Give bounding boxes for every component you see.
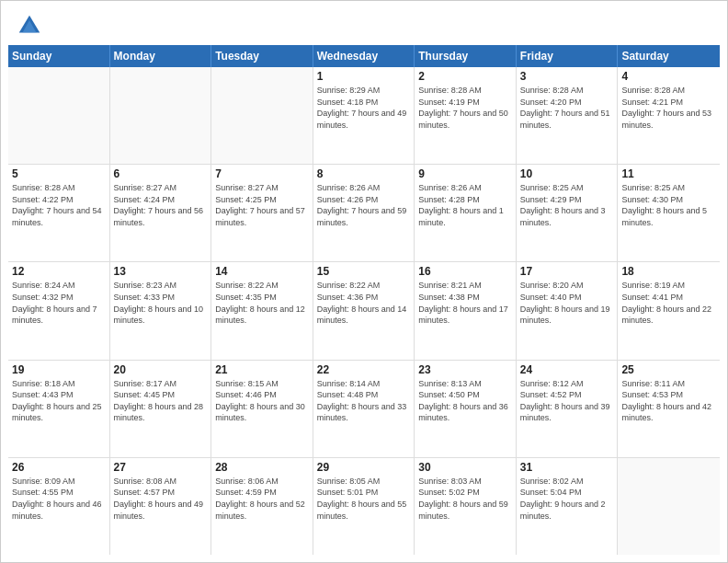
- calendar-day-20: 20Sunrise: 8:17 AM Sunset: 4:45 PM Dayli…: [110, 361, 212, 457]
- calendar-day-31: 31Sunrise: 8:02 AM Sunset: 5:04 PM Dayli…: [517, 458, 619, 555]
- day-number: 4: [621, 70, 716, 83]
- calendar: SundayMondayTuesdayWednesdayThursdayFrid…: [1, 45, 727, 562]
- day-number: 17: [520, 265, 614, 278]
- calendar-day-8: 8Sunrise: 8:26 AM Sunset: 4:26 PM Daylig…: [313, 165, 415, 261]
- day-info: Sunrise: 8:28 AM Sunset: 4:22 PM Dayligh…: [12, 182, 106, 228]
- calendar-week-3: 12Sunrise: 8:24 AM Sunset: 4:32 PM Dayli…: [8, 262, 720, 360]
- day-info: Sunrise: 8:22 AM Sunset: 4:36 PM Dayligh…: [317, 280, 411, 326]
- calendar-day-13: 13Sunrise: 8:23 AM Sunset: 4:33 PM Dayli…: [110, 262, 212, 359]
- day-info: Sunrise: 8:27 AM Sunset: 4:24 PM Dayligh…: [114, 182, 208, 228]
- calendar-day-11: 11Sunrise: 8:25 AM Sunset: 4:30 PM Dayli…: [618, 165, 720, 261]
- calendar-day-7: 7Sunrise: 8:27 AM Sunset: 4:25 PM Daylig…: [211, 165, 313, 261]
- day-number: 23: [418, 363, 512, 376]
- calendar-empty-cell: [110, 67, 212, 164]
- day-info: Sunrise: 8:02 AM Sunset: 5:04 PM Dayligh…: [520, 476, 614, 522]
- weekday-header-thursday: Thursday: [415, 45, 517, 67]
- day-info: Sunrise: 8:12 AM Sunset: 4:52 PM Dayligh…: [520, 378, 614, 424]
- calendar-day-29: 29Sunrise: 8:05 AM Sunset: 5:01 PM Dayli…: [313, 458, 415, 555]
- day-number: 27: [114, 461, 208, 474]
- weekday-header-friday: Friday: [517, 45, 619, 67]
- day-info: Sunrise: 8:23 AM Sunset: 4:33 PM Dayligh…: [114, 280, 208, 326]
- calendar-day-27: 27Sunrise: 8:08 AM Sunset: 4:57 PM Dayli…: [110, 458, 212, 555]
- day-info: Sunrise: 8:26 AM Sunset: 4:26 PM Dayligh…: [317, 182, 411, 228]
- day-info: Sunrise: 8:14 AM Sunset: 4:48 PM Dayligh…: [317, 378, 411, 424]
- day-info: Sunrise: 8:20 AM Sunset: 4:40 PM Dayligh…: [520, 280, 614, 326]
- day-number: 28: [215, 461, 309, 474]
- day-number: 18: [621, 265, 716, 278]
- day-number: 3: [520, 70, 614, 83]
- calendar-day-21: 21Sunrise: 8:15 AM Sunset: 4:46 PM Dayli…: [211, 361, 313, 457]
- calendar-day-6: 6Sunrise: 8:27 AM Sunset: 4:24 PM Daylig…: [110, 165, 212, 261]
- day-info: Sunrise: 8:22 AM Sunset: 4:35 PM Dayligh…: [215, 280, 309, 326]
- weekday-header-saturday: Saturday: [618, 45, 720, 67]
- calendar-day-23: 23Sunrise: 8:13 AM Sunset: 4:50 PM Dayli…: [415, 361, 517, 457]
- day-number: 2: [418, 70, 512, 83]
- day-number: 8: [317, 167, 411, 180]
- calendar-day-2: 2Sunrise: 8:28 AM Sunset: 4:19 PM Daylig…: [415, 67, 517, 164]
- calendar-day-16: 16Sunrise: 8:21 AM Sunset: 4:38 PM Dayli…: [415, 262, 517, 359]
- calendar-day-24: 24Sunrise: 8:12 AM Sunset: 4:52 PM Dayli…: [517, 361, 619, 457]
- day-info: Sunrise: 8:19 AM Sunset: 4:41 PM Dayligh…: [621, 280, 716, 326]
- day-number: 24: [520, 363, 614, 376]
- day-number: 25: [621, 363, 716, 376]
- page: SundayMondayTuesdayWednesdayThursdayFrid…: [0, 0, 728, 563]
- day-info: Sunrise: 8:15 AM Sunset: 4:46 PM Dayligh…: [215, 378, 309, 424]
- calendar-empty-cell: [8, 67, 110, 164]
- day-info: Sunrise: 8:25 AM Sunset: 4:30 PM Dayligh…: [621, 182, 716, 228]
- day-number: 29: [317, 461, 411, 474]
- calendar-day-19: 19Sunrise: 8:18 AM Sunset: 4:43 PM Dayli…: [8, 361, 110, 457]
- day-number: 11: [621, 167, 716, 180]
- day-number: 22: [317, 363, 411, 376]
- calendar-day-3: 3Sunrise: 8:28 AM Sunset: 4:20 PM Daylig…: [517, 67, 619, 164]
- day-number: 10: [520, 167, 614, 180]
- logo: [16, 12, 47, 40]
- day-info: Sunrise: 8:05 AM Sunset: 5:01 PM Dayligh…: [317, 476, 411, 522]
- calendar-day-17: 17Sunrise: 8:20 AM Sunset: 4:40 PM Dayli…: [517, 262, 619, 359]
- day-number: 1: [317, 70, 411, 83]
- calendar-week-1: 1Sunrise: 8:29 AM Sunset: 4:18 PM Daylig…: [8, 67, 720, 165]
- calendar-week-4: 19Sunrise: 8:18 AM Sunset: 4:43 PM Dayli…: [8, 361, 720, 458]
- calendar-day-25: 25Sunrise: 8:11 AM Sunset: 4:53 PM Dayli…: [618, 361, 720, 457]
- calendar-day-12: 12Sunrise: 8:24 AM Sunset: 4:32 PM Dayli…: [8, 262, 110, 359]
- day-number: 9: [418, 167, 512, 180]
- weekday-header-wednesday: Wednesday: [313, 45, 415, 67]
- calendar-day-18: 18Sunrise: 8:19 AM Sunset: 4:41 PM Dayli…: [618, 262, 720, 359]
- calendar-header: SundayMondayTuesdayWednesdayThursdayFrid…: [8, 45, 720, 67]
- calendar-day-15: 15Sunrise: 8:22 AM Sunset: 4:36 PM Dayli…: [313, 262, 415, 359]
- day-info: Sunrise: 8:28 AM Sunset: 4:21 PM Dayligh…: [621, 85, 716, 131]
- day-info: Sunrise: 8:11 AM Sunset: 4:53 PM Dayligh…: [621, 378, 716, 424]
- day-number: 6: [114, 167, 208, 180]
- day-number: 7: [215, 167, 309, 180]
- day-number: 12: [12, 265, 106, 278]
- calendar-day-10: 10Sunrise: 8:25 AM Sunset: 4:29 PM Dayli…: [517, 165, 619, 261]
- calendar-empty-cell: [618, 458, 720, 555]
- day-info: Sunrise: 8:28 AM Sunset: 4:20 PM Dayligh…: [520, 85, 614, 131]
- calendar-day-28: 28Sunrise: 8:06 AM Sunset: 4:59 PM Dayli…: [211, 458, 313, 555]
- day-info: Sunrise: 8:24 AM Sunset: 4:32 PM Dayligh…: [12, 280, 106, 326]
- day-info: Sunrise: 8:03 AM Sunset: 5:02 PM Dayligh…: [418, 476, 512, 522]
- calendar-day-1: 1Sunrise: 8:29 AM Sunset: 4:18 PM Daylig…: [313, 67, 415, 164]
- day-info: Sunrise: 8:29 AM Sunset: 4:18 PM Dayligh…: [317, 85, 411, 131]
- calendar-day-26: 26Sunrise: 8:09 AM Sunset: 4:55 PM Dayli…: [8, 458, 110, 555]
- weekday-header-tuesday: Tuesday: [211, 45, 313, 67]
- day-number: 16: [418, 265, 512, 278]
- calendar-day-30: 30Sunrise: 8:03 AM Sunset: 5:02 PM Dayli…: [415, 458, 517, 555]
- calendar-day-14: 14Sunrise: 8:22 AM Sunset: 4:35 PM Dayli…: [211, 262, 313, 359]
- calendar-body: 1Sunrise: 8:29 AM Sunset: 4:18 PM Daylig…: [8, 67, 720, 555]
- day-info: Sunrise: 8:28 AM Sunset: 4:19 PM Dayligh…: [418, 85, 512, 131]
- day-info: Sunrise: 8:25 AM Sunset: 4:29 PM Dayligh…: [520, 182, 614, 228]
- day-info: Sunrise: 8:17 AM Sunset: 4:45 PM Dayligh…: [114, 378, 208, 424]
- weekday-header-monday: Monday: [110, 45, 212, 67]
- header: [1, 1, 727, 45]
- calendar-week-5: 26Sunrise: 8:09 AM Sunset: 4:55 PM Dayli…: [8, 458, 720, 555]
- calendar-empty-cell: [211, 67, 313, 164]
- day-number: 14: [215, 265, 309, 278]
- day-number: 31: [520, 461, 614, 474]
- day-info: Sunrise: 8:06 AM Sunset: 4:59 PM Dayligh…: [215, 476, 309, 522]
- day-info: Sunrise: 8:26 AM Sunset: 4:28 PM Dayligh…: [418, 182, 512, 228]
- day-number: 21: [215, 363, 309, 376]
- day-info: Sunrise: 8:13 AM Sunset: 4:50 PM Dayligh…: [418, 378, 512, 424]
- logo-icon: [16, 12, 43, 40]
- day-number: 13: [114, 265, 208, 278]
- day-number: 20: [114, 363, 208, 376]
